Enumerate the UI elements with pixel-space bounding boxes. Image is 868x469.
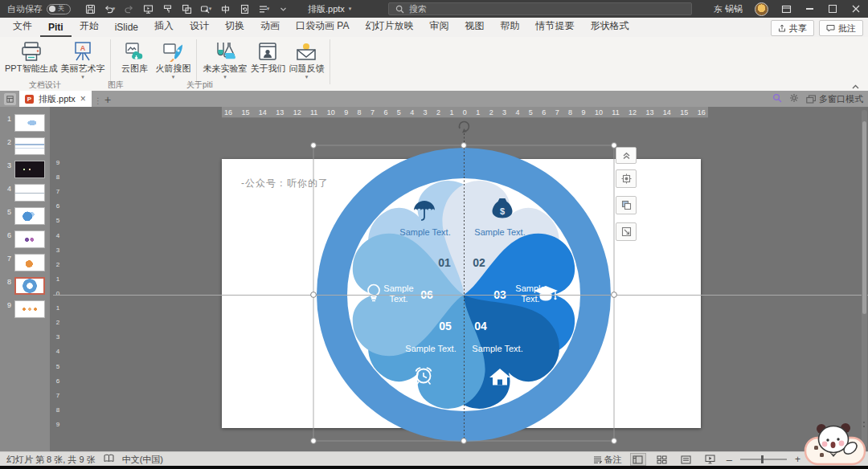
- slide-thumbnail[interactable]: 7: [5, 254, 50, 271]
- duplicate-shape-icon[interactable]: [178, 2, 194, 16]
- rocket-search-button[interactable]: 火箭搜图 ▾: [155, 39, 190, 80]
- settings-gear-icon[interactable]: [789, 93, 799, 104]
- menu-item[interactable]: 插入: [146, 16, 182, 37]
- minimize-button[interactable]: [804, 3, 815, 14]
- present-icon[interactable]: [140, 2, 156, 16]
- slideshow-icon[interactable]: [702, 453, 719, 466]
- art-text-button[interactable]: A 美丽艺术字 ▾: [60, 39, 104, 80]
- shape-select-icon[interactable]: ▾: [198, 2, 214, 16]
- slide-sorter-icon[interactable]: [654, 453, 670, 466]
- slide-thumbnail-image[interactable]: [14, 277, 45, 295]
- vertical-scrollbar[interactable]: [862, 110, 867, 447]
- ribbon-display-options-icon[interactable]: [780, 3, 792, 14]
- slide-thumbnail-image[interactable]: [14, 137, 45, 155]
- slide-thumbnail-image[interactable]: [14, 184, 45, 202]
- undo-icon[interactable]: ▾: [101, 2, 117, 16]
- share-button[interactable]: 共享: [771, 20, 814, 36]
- zoom-in-icon[interactable]: +: [795, 454, 800, 465]
- avatar[interactable]: [755, 2, 768, 16]
- format-painter-icon[interactable]: [159, 2, 175, 16]
- future-lab-button[interactable]: 未来实验室 ▾: [203, 39, 247, 80]
- slide-thumbnail-image[interactable]: [14, 300, 45, 318]
- maximize-button[interactable]: [827, 3, 838, 14]
- menu-item[interactable]: 动画: [252, 16, 288, 37]
- slide-thumbnail[interactable]: 3: [5, 161, 50, 178]
- selection-handle[interactable]: [612, 438, 617, 444]
- cloud-gallery-button[interactable]: 云图库: [117, 39, 152, 74]
- slides-panel[interactable]: 1 2 3 4 5 6 7: [0, 107, 50, 451]
- comment-button[interactable]: 批注: [819, 20, 863, 36]
- home-tab-icon[interactable]: [4, 93, 16, 105]
- slide-thumbnail[interactable]: 1: [5, 114, 50, 132]
- menu-item[interactable]: 设计: [182, 16, 217, 37]
- about-us-button[interactable]: 关于我们: [250, 39, 285, 74]
- reading-view-icon[interactable]: [678, 453, 694, 466]
- zoom-out-icon[interactable]: –: [727, 454, 732, 466]
- menu-item[interactable]: 情节提要: [527, 16, 582, 37]
- slide-note-text[interactable]: -公众号：听你的了: [241, 177, 329, 190]
- autosave-control[interactable]: 自动保存 关: [7, 3, 71, 15]
- desktop-pet-sticker[interactable]: [800, 418, 868, 467]
- multiwindow-mode-button[interactable]: 多窗口模式: [806, 93, 863, 105]
- tab-options-icon[interactable]: ⋮: [94, 96, 102, 105]
- align-position-icon[interactable]: [616, 169, 637, 188]
- horizontal-ruler[interactable]: 1615141312111098765432101234567891011121…: [222, 107, 708, 118]
- copy-style-icon[interactable]: [616, 196, 637, 214]
- scrollbar-thumb[interactable]: [862, 121, 866, 314]
- zoom-slider[interactable]: [740, 459, 787, 460]
- notes-button[interactable]: 备注: [593, 454, 622, 466]
- selection-handle[interactable]: [461, 438, 467, 444]
- slide-thumbnail[interactable]: 2: [5, 137, 50, 155]
- menu-item[interactable]: 帮助: [492, 16, 527, 37]
- menu-item[interactable]: 形状格式: [582, 16, 637, 37]
- menu-item[interactable]: 幻灯片放映: [357, 16, 421, 37]
- slide-thumbnail-image[interactable]: [14, 161, 45, 178]
- slide-thumbnail-image[interactable]: [14, 114, 45, 132]
- new-tab-icon[interactable]: +: [104, 93, 111, 106]
- slide-thumbnail-image[interactable]: [14, 207, 45, 225]
- feedback-button[interactable]: 问题反馈 ▾: [289, 39, 324, 80]
- ruler-number: 3: [424, 108, 428, 116]
- menu-item[interactable]: 视图: [457, 16, 492, 37]
- autosave-toggle[interactable]: 关: [47, 4, 71, 14]
- tab-close-icon[interactable]: ×: [80, 94, 86, 104]
- menu-item[interactable]: 审阅: [421, 16, 457, 37]
- resize-icon[interactable]: [616, 222, 637, 241]
- sync-icon[interactable]: [236, 2, 252, 16]
- document-title[interactable]: 排版.pptx▾: [308, 0, 351, 18]
- selection-handle[interactable]: [311, 143, 317, 149]
- user-name[interactable]: 东 锅锅: [714, 3, 743, 15]
- vertical-ruler[interactable]: 9876543210123456789: [53, 159, 63, 428]
- slide-thumbnail-image[interactable]: [14, 254, 45, 271]
- slide-thumbnail[interactable]: 4: [5, 184, 50, 202]
- find-icon[interactable]: [772, 93, 782, 104]
- slide-thumbnail-image[interactable]: [14, 230, 45, 248]
- menu-item[interactable]: 口袋动画 PA: [288, 16, 357, 37]
- more-icon[interactable]: [275, 2, 291, 16]
- menu-item[interactable]: iSlide: [107, 18, 146, 37]
- redo-icon[interactable]: [121, 2, 137, 16]
- language-status[interactable]: 中文(中国): [122, 454, 163, 466]
- slide-thumbnail[interactable]: 9: [5, 300, 50, 318]
- zoom-slider-thumb[interactable]: [761, 455, 764, 463]
- search-input[interactable]: 搜索: [388, 2, 692, 15]
- menu-item[interactable]: 切换: [217, 16, 252, 37]
- document-tab[interactable]: P 排版.pptx ×: [19, 91, 92, 107]
- slide-thumbnail[interactable]: 5: [5, 207, 50, 225]
- collapse-icon[interactable]: [616, 147, 637, 164]
- selection-handle[interactable]: [461, 143, 467, 149]
- slide-thumbnail[interactable]: 6: [5, 230, 50, 248]
- outline-icon[interactable]: ▾: [256, 2, 272, 16]
- selection-handle[interactable]: [311, 438, 317, 444]
- slide-thumbnail[interactable]: 8: [5, 277, 50, 295]
- rotation-handle[interactable]: [459, 122, 469, 133]
- menu-item[interactable]: 开始: [72, 16, 107, 37]
- close-button[interactable]: [850, 3, 862, 14]
- save-icon[interactable]: [82, 2, 98, 16]
- menu-item[interactable]: 文件: [5, 16, 40, 37]
- ppt-generate-button[interactable]: PPT智能生成: [5, 39, 57, 74]
- pin-icon[interactable]: [217, 2, 233, 16]
- spellcheck-icon[interactable]: [104, 454, 114, 465]
- menu-item[interactable]: Piti: [40, 18, 72, 37]
- normal-view-icon[interactable]: [630, 453, 646, 466]
